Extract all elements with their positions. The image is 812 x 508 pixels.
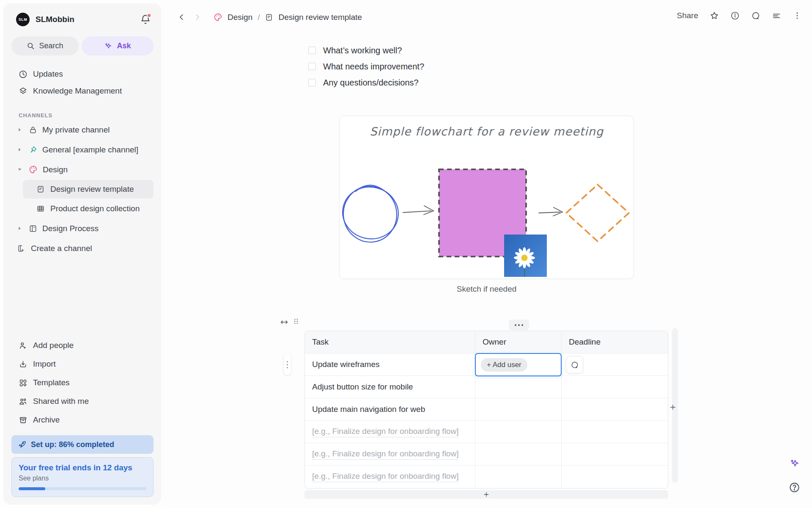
deadline-cell[interactable] <box>562 398 668 420</box>
channel-general-example[interactable]: General [example channel] <box>3 140 161 160</box>
channel-my-private-channel[interactable]: My private channel <box>3 120 161 140</box>
checklist-label[interactable]: What’s working well? <box>323 46 402 55</box>
task-cell[interactable]: Update main navigation for web <box>305 398 475 420</box>
favorite-star-icon[interactable] <box>710 11 719 20</box>
task-cell[interactable]: Update wireframes <box>305 353 475 375</box>
sidebar-item-updates[interactable]: Updates <box>3 66 161 83</box>
workspace-initials: SLM <box>19 17 27 22</box>
deadline-cell[interactable] <box>562 466 668 488</box>
channels-header: CHANNELS <box>3 110 161 120</box>
checklist-item: What needs improvement? <box>308 60 424 73</box>
layers-icon <box>19 87 27 96</box>
task-cell: [e.g., Finalize design for onboarding fl… <box>305 466 475 488</box>
back-button[interactable] <box>176 12 187 22</box>
row-drag-handle[interactable] <box>284 354 291 375</box>
setup-progress-banner[interactable]: Set up: 86% completed <box>11 435 154 454</box>
main-area: Design / Design review template Share <box>161 0 812 508</box>
checklist-label[interactable]: What needs improvement? <box>323 62 424 72</box>
table-row-placeholder: [e.g., Finalize design for onboarding fl… <box>305 421 668 443</box>
sidebar-spacer <box>3 258 161 336</box>
page-label: Design review template <box>50 185 134 194</box>
checklist-item: Any questions/decisions? <box>308 76 424 89</box>
help-button[interactable] <box>789 482 800 495</box>
trial-progress-fill <box>19 487 45 490</box>
sidebar-nav: Updates Knowledge Management <box>3 66 161 99</box>
breadcrumb-separator: / <box>258 13 260 22</box>
person-plus-icon <box>19 341 27 350</box>
trial-card[interactable]: Your free trial ends in 12 days See plan… <box>11 457 154 497</box>
app-window: SLM SLMobbin Search <box>0 0 812 508</box>
flowchart-drawing <box>340 116 634 279</box>
workspace-logo[interactable]: SLM <box>16 13 30 26</box>
add-row-button[interactable] <box>304 490 668 499</box>
owner-cell[interactable] <box>475 398 562 420</box>
ask-button[interactable]: Ask <box>82 36 154 55</box>
checkbox[interactable] <box>308 79 316 86</box>
table-options-button[interactable] <box>509 320 529 330</box>
selected-owner-cell[interactable]: + Add user <box>475 353 562 376</box>
checklist-item: What’s working well? <box>308 44 424 57</box>
drag-grip-icon[interactable] <box>293 318 299 326</box>
comment-bubble-button[interactable] <box>566 356 583 373</box>
deadline-cell[interactable] <box>562 443 668 465</box>
search-button[interactable]: Search <box>11 36 79 55</box>
sidebar-item-add-people[interactable]: Add people <box>3 336 161 355</box>
sidebar-item-shared-with-me[interactable]: Shared with me <box>3 392 161 411</box>
sidebar-item-archive[interactable]: Archive <box>3 411 161 429</box>
chevron-right-icon[interactable] <box>17 226 23 231</box>
people-icon <box>19 397 27 406</box>
page-design-review-template[interactable]: Design review template <box>23 180 154 199</box>
column-header-owner[interactable]: Owner <box>475 331 562 353</box>
share-button[interactable]: Share <box>677 11 698 20</box>
sidebar-item-import[interactable]: Import <box>3 355 161 373</box>
comments-icon[interactable] <box>751 11 760 20</box>
ai-sparkle-button[interactable] <box>789 458 800 471</box>
breadcrumb-channel[interactable]: Design <box>228 13 252 22</box>
channel-design-process[interactable]: Design Process <box>3 218 161 238</box>
lock-icon <box>29 126 37 134</box>
add-column-button[interactable] <box>669 403 677 411</box>
checklist-label[interactable]: Any questions/decisions? <box>323 78 419 88</box>
checkbox[interactable] <box>308 47 316 54</box>
channel-design[interactable]: Design <box>3 160 161 179</box>
info-icon[interactable] <box>730 11 740 20</box>
resize-horizontal-icon[interactable] <box>280 318 288 326</box>
trial-progress-track <box>19 487 146 490</box>
chevron-right-icon[interactable] <box>17 147 23 152</box>
sidebar-item-templates[interactable]: Templates <box>3 373 161 392</box>
checkbox[interactable] <box>308 63 316 70</box>
table-row-placeholder: [e.g., Finalize design for onboarding fl… <box>305 443 668 466</box>
pin-icon <box>29 146 37 154</box>
owner-cell[interactable] <box>475 443 562 465</box>
more-options-icon[interactable] <box>793 11 802 20</box>
breadcrumb-page[interactable]: Design review template <box>278 13 362 22</box>
task-cell[interactable]: Adjust button size for mobile <box>305 376 475 398</box>
table-row: Adjust button size for mobile <box>305 376 668 398</box>
outline-icon[interactable] <box>772 11 781 20</box>
chevron-right-icon[interactable] <box>17 127 23 133</box>
column-header-task[interactable]: Task <box>305 331 475 353</box>
deadline-cell[interactable] <box>562 376 668 398</box>
notifications-bell-icon[interactable] <box>140 14 151 25</box>
create-channel-button[interactable]: Create a channel <box>3 238 161 258</box>
add-user-button[interactable]: + Add user <box>481 358 527 372</box>
workspace-name[interactable]: SLMobbin <box>36 15 140 24</box>
owner-cell[interactable] <box>475 376 562 398</box>
owner-cell[interactable] <box>475 466 562 488</box>
search-icon <box>27 42 35 50</box>
setup-progress-label: Set up: 86% completed <box>31 440 114 449</box>
palette-icon <box>214 13 222 22</box>
sidebar-item-knowledge-management[interactable]: Knowledge Management <box>3 83 161 99</box>
table-row: Update main navigation for web <box>305 398 668 421</box>
deadline-cell[interactable] <box>562 421 668 443</box>
chevron-down-icon[interactable] <box>17 167 23 172</box>
forward-button[interactable] <box>192 12 203 22</box>
column-header-deadline[interactable]: Deadline <box>562 331 668 353</box>
see-plans-link[interactable]: See plans <box>19 475 146 482</box>
flowchart-canvas[interactable]: Simple flowchart for a review meeting <box>339 116 634 279</box>
owner-cell[interactable] <box>475 421 562 443</box>
table-tools <box>280 318 299 326</box>
channel-label: My private channel <box>42 125 110 135</box>
page-product-design-collection[interactable]: Product design collection <box>23 199 154 218</box>
sidebar-actions: Search Ask <box>3 26 161 55</box>
